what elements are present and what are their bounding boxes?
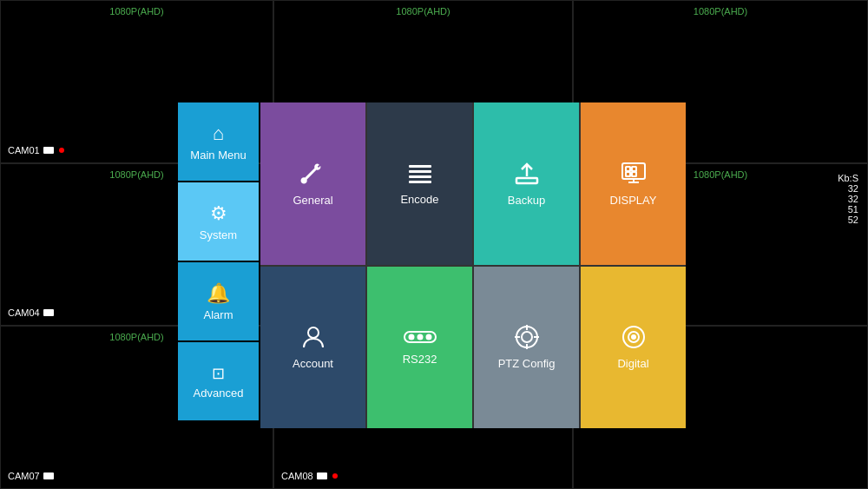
svg-point-12: [308, 327, 319, 338]
bell-icon: 🔔: [207, 282, 230, 305]
kbs-val-4: 52: [838, 215, 858, 225]
sidebar-label-alarm: Alarm: [204, 308, 233, 321]
sidebar-item-alarm[interactable]: 🔔 Alarm: [178, 262, 259, 340]
person-icon: [300, 324, 326, 350]
kbs-val-3: 51: [838, 204, 858, 215]
cam04-label: CAM04: [8, 307, 54, 318]
kbs-label: Kb:S: [838, 173, 858, 183]
cam08-label: CAM08: [281, 471, 338, 481]
svg-point-16: [426, 335, 431, 340]
svg-rect-3: [409, 181, 431, 183]
cam-icon: [43, 147, 54, 154]
menu-item-encode[interactable]: Encode: [367, 102, 472, 265]
menu-label-account: Account: [293, 357, 333, 370]
menu-item-rs232[interactable]: RS232: [367, 267, 472, 429]
menu-label-encode: Encode: [400, 193, 438, 206]
wrench-icon: [300, 161, 326, 187]
record-indicator: [332, 473, 338, 479]
cam01-resolution: 1080P(AHD): [109, 6, 163, 17]
sidebar-label-system: System: [200, 228, 237, 241]
advanced-icon: ⊡: [212, 364, 225, 383]
svg-rect-1: [409, 170, 431, 173]
kbs-val-1: 32: [838, 183, 858, 194]
gear-icon: ⚙: [210, 202, 227, 225]
cam-mid-right-resolution: 1080P(AHD): [694, 169, 747, 180]
cam07-resolution: 1080P(AHD): [109, 332, 163, 342]
cam07-label: CAM07: [8, 471, 54, 481]
menu-overlay: ⌂ Main Menu ⚙ System 🔔 Alarm ⊡ Advanced …: [178, 102, 686, 428]
cam-top-right-resolution: 1080P(AHD): [694, 6, 747, 17]
display-icon: [620, 161, 648, 187]
menu-sidebar: ⌂ Main Menu ⚙ System 🔔 Alarm ⊡ Advanced: [178, 102, 260, 428]
menu-item-backup[interactable]: Backup: [474, 102, 579, 265]
svg-rect-9: [632, 167, 636, 171]
svg-point-14: [409, 335, 413, 340]
list-icon: [407, 162, 433, 186]
kbs-val-2: 32: [838, 194, 858, 204]
svg-rect-11: [632, 172, 636, 176]
menu-label-rs232: RS232: [403, 353, 437, 366]
menu-label-digital: Digital: [617, 357, 648, 370]
menu-label-general: General: [293, 194, 332, 207]
svg-point-15: [418, 335, 422, 340]
menu-item-account[interactable]: Account: [260, 267, 365, 429]
menu-label-display: DISPLAY: [610, 194, 657, 207]
menu-item-general[interactable]: General: [260, 102, 365, 265]
sidebar-item-main-menu[interactable]: ⌂ Main Menu: [178, 102, 259, 181]
cam01-label: CAM01: [8, 145, 64, 155]
target-icon: [514, 324, 540, 350]
menu-label-backup: Backup: [508, 194, 545, 207]
svg-rect-10: [626, 172, 630, 176]
svg-rect-2: [409, 175, 431, 178]
cam-icon: [317, 472, 327, 479]
menu-item-ptz[interactable]: PTZ Config: [474, 267, 579, 429]
menu-grid: General Encode Backup: [260, 102, 686, 428]
cam-icon: [43, 309, 54, 316]
upload-icon: [514, 161, 540, 187]
svg-rect-8: [626, 167, 630, 171]
svg-rect-4: [516, 178, 537, 183]
cam04-resolution: 1080P(AHD): [109, 169, 163, 180]
home-icon: ⌂: [213, 122, 224, 145]
svg-point-18: [522, 332, 532, 342]
menu-label-ptz: PTZ Config: [498, 357, 556, 370]
rs232-icon: [403, 328, 437, 346]
kbs-display: Kb:S 32 32 51 52: [838, 173, 858, 225]
cam-top-center-resolution: 1080P(AHD): [396, 6, 450, 17]
sidebar-label-advanced: Advanced: [194, 387, 244, 400]
digital-icon: [621, 324, 647, 350]
sidebar-item-system[interactable]: ⚙ System: [178, 182, 259, 261]
sidebar-item-advanced[interactable]: ⊡ Advanced: [178, 342, 259, 420]
menu-item-display[interactable]: DISPLAY: [581, 102, 686, 265]
svg-rect-0: [409, 165, 431, 168]
cam-icon: [43, 472, 54, 479]
svg-point-25: [632, 335, 635, 339]
record-indicator: [59, 148, 64, 153]
sidebar-label-main-menu: Main Menu: [190, 149, 246, 162]
menu-item-digital[interactable]: Digital: [581, 267, 686, 429]
